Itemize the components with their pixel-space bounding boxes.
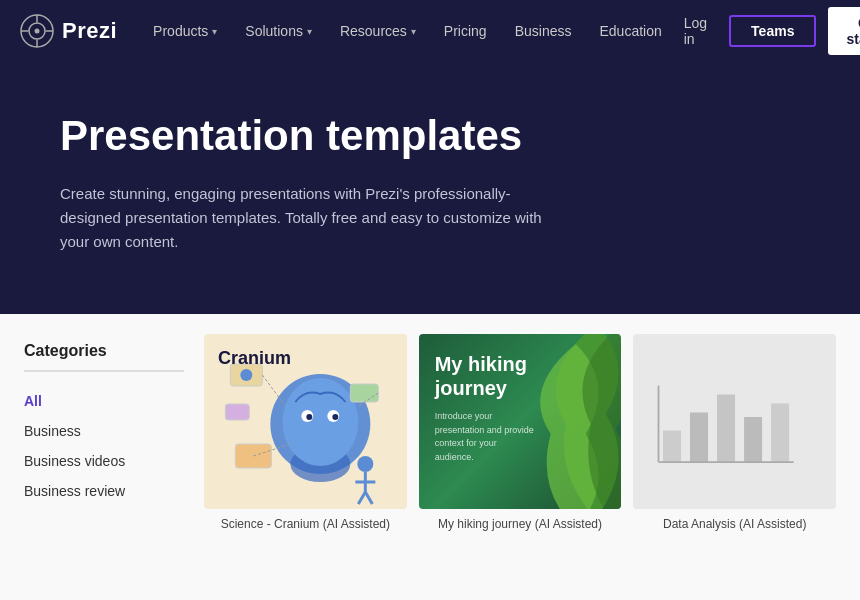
svg-line-25 [358,492,365,504]
svg-rect-30 [744,417,762,462]
nav-products[interactable]: Products ▾ [141,15,229,47]
sidebar-item-business[interactable]: Business [24,416,184,446]
solutions-chevron-icon: ▾ [307,26,312,37]
nav-menu: Products ▾ Solutions ▾ Resources ▾ Prici… [141,15,674,47]
navbar: Prezi Products ▾ Solutions ▾ Resources ▾… [0,0,860,62]
nav-resources[interactable]: Resources ▾ [328,15,428,47]
prezi-logo-icon [20,14,54,48]
nav-solutions[interactable]: Solutions ▾ [233,15,324,47]
categories-title: Categories [24,342,184,372]
svg-rect-16 [350,384,378,402]
hero-section: Presentation templates Create stunning, … [0,62,860,314]
hero-title: Presentation templates [60,112,800,160]
products-chevron-icon: ▾ [212,26,217,37]
svg-point-2 [35,29,40,34]
nav-education[interactable]: Education [587,15,673,47]
hiking-title: My hikingjourney [435,352,535,400]
resources-chevron-icon: ▾ [411,26,416,37]
template-label-cranium: Science - Cranium (AI Assisted) [204,517,407,531]
svg-point-15 [240,369,252,381]
template-thumb-cranium: Cranium [204,334,407,509]
svg-rect-18 [225,404,249,420]
template-card-data[interactable]: Data Analysis (AI Assisted) [633,334,836,600]
nav-pricing[interactable]: Pricing [432,15,499,47]
template-label-data: Data Analysis (AI Assisted) [633,517,836,531]
template-card-hiking[interactable]: My hikingjourney Introduce your presenta… [419,334,622,600]
data-placeholder-icon [654,369,816,474]
get-started-button[interactable]: Get started [828,7,860,55]
hero-subtitle: Create stunning, engaging presentations … [60,182,560,254]
logo[interactable]: Prezi [20,14,117,48]
template-thumb-hiking: My hikingjourney Introduce your presenta… [419,334,622,509]
svg-point-9 [282,378,358,466]
navbar-actions: Log in Teams Get started [674,7,860,55]
svg-line-26 [365,492,372,504]
nav-business[interactable]: Business [503,15,584,47]
svg-line-19 [262,375,285,406]
svg-rect-27 [663,431,681,463]
sidebar: Categories All Business Business videos … [24,334,184,600]
template-label-hiking: My hiking journey (AI Assisted) [419,517,622,531]
svg-rect-31 [771,404,789,463]
svg-rect-28 [690,413,708,463]
hiking-subtitle: Introduce your presentation and provide … [435,410,535,464]
templates-grid: Cranium [204,334,836,600]
svg-rect-29 [717,395,735,463]
template-card-cranium[interactable]: Cranium [204,334,407,600]
logo-text: Prezi [62,18,117,44]
template-thumb-data [633,334,836,509]
teams-button[interactable]: Teams [729,15,816,47]
svg-point-13 [332,414,338,420]
login-button[interactable]: Log in [674,9,717,53]
content-area: Categories All Business Business videos … [0,314,860,600]
sidebar-item-all[interactable]: All [24,386,184,416]
sidebar-item-business-videos[interactable]: Business videos [24,446,184,476]
sidebar-item-business-review[interactable]: Business review [24,476,184,506]
svg-point-12 [306,414,312,420]
svg-point-22 [357,456,373,472]
